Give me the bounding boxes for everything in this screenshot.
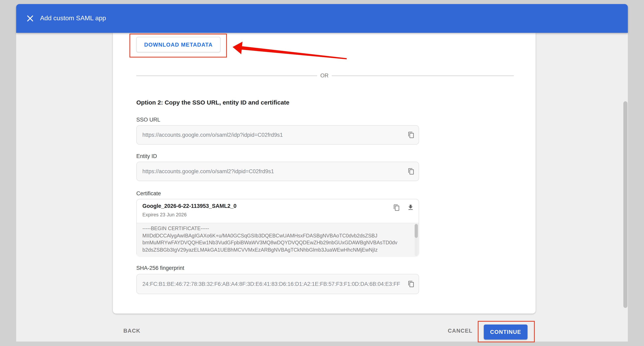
copy-icon[interactable] [408, 167, 415, 175]
certificate-line: bmMuMRYwFAYDVQQHEw1Nb3VudGFpbiBWaWV3MQ8w… [137, 239, 419, 247]
option2-heading: Option 2: Copy the SSO URL, entity ID an… [136, 99, 290, 106]
entity-id-field: https://accounts.google.com/o/saml2?idpi… [136, 162, 419, 181]
sso-url-value: https://accounts.google.com/o/saml2/idp?… [142, 132, 283, 138]
sso-url-label: SSO URL [136, 117, 160, 123]
dialog-header: Add custom SAML app [16, 4, 628, 33]
sso-url-field: https://accounts.google.com/o/saml2/idp?… [136, 125, 419, 145]
entity-id-value: https://accounts.google.com/o/saml2?idpi… [142, 168, 274, 175]
download-icon[interactable] [407, 204, 414, 211]
annotation-arrow-icon [230, 41, 349, 61]
certificate-name: Google_2026-6-22-113953_SAML2_0 [142, 203, 236, 209]
back-button[interactable]: BACK [124, 328, 140, 334]
copy-icon[interactable] [393, 204, 400, 212]
screen: Add custom SAML app DOWNLOAD METADATA OR… [0, 0, 644, 346]
certificate-card: Google_2026-6-22-113953_SAML2_0 Expires … [136, 199, 419, 256]
certificate-line: MIIDdDCCAlygAwIBAgIGAXo6K+u/MA0GCSqGSIb3… [137, 232, 419, 239]
entity-id-label: Entity ID [136, 153, 157, 159]
sha256-value: 24:FC:B1:BE:46:72:78:3B:32:F6:AB:A4:8F:3… [142, 281, 400, 287]
dialog-scrollbar-thumb[interactable] [623, 101, 628, 308]
annotation-box-download [130, 34, 227, 58]
sha256-field: 24:FC:B1:BE:46:72:78:3B:32:F6:AB:A4:8F:3… [136, 274, 419, 294]
dialog-title: Add custom SAML app [40, 15, 106, 22]
certificate-body: -----BEGIN CERTIFICATE----- MIIDdDCCAlyg… [137, 223, 419, 257]
annotation-box-continue [478, 321, 535, 342]
sha256-label: SHA-256 fingerprint [136, 265, 184, 271]
copy-icon[interactable] [408, 280, 415, 288]
certificate-scrollbar-thumb[interactable] [415, 224, 418, 238]
certificate-line: b2dsZSBGb3IgV29yazELMAkGA1UEBhMCVVMxEzAR… [137, 247, 419, 254]
divider-or-label: OR [317, 73, 332, 79]
copy-icon[interactable] [408, 131, 415, 139]
close-icon[interactable] [25, 13, 35, 24]
certificate-line: -----BEGIN CERTIFICATE----- [137, 223, 419, 232]
cancel-button[interactable]: CANCEL [448, 328, 472, 334]
certificate-label: Certificate [136, 191, 161, 197]
divider-line [332, 75, 514, 76]
certificate-expiry: Expires 23 Jun 2026 [142, 212, 187, 218]
divider-line [136, 75, 317, 76]
